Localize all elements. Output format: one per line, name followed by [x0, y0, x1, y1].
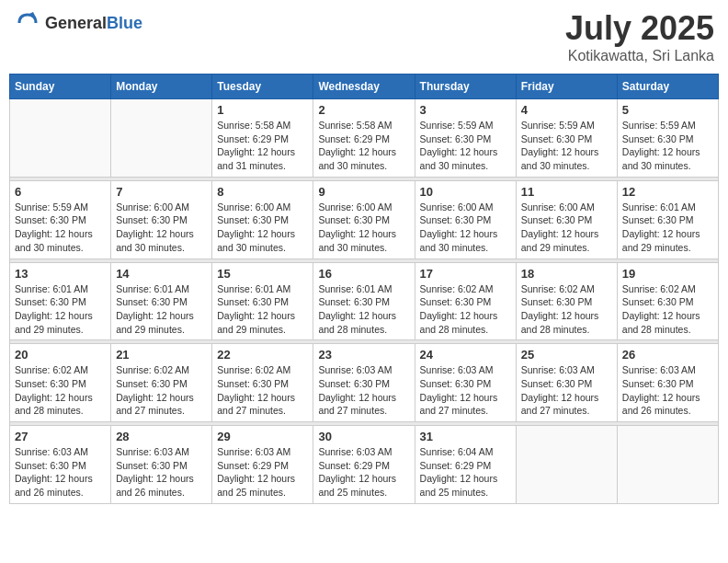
day-number: 15 [217, 267, 308, 281]
day-info: Sunrise: 6:00 AM Sunset: 6:30 PM Dayligh… [318, 201, 409, 255]
month-title: July 2025 [565, 9, 714, 48]
day-info: Sunrise: 6:01 AM Sunset: 6:30 PM Dayligh… [217, 282, 308, 337]
day-info: Sunrise: 6:03 AM Sunset: 6:29 PM Dayligh… [318, 445, 409, 500]
day-number: 25 [521, 348, 612, 362]
day-info: Sunrise: 5:59 AM Sunset: 6:30 PM Dayligh… [521, 119, 612, 173]
calendar-cell: 12Sunrise: 6:01 AM Sunset: 6:30 PM Dayli… [617, 180, 718, 259]
day-info: Sunrise: 6:00 AM Sunset: 6:30 PM Dayligh… [420, 201, 511, 255]
day-info: Sunrise: 5:59 AM Sunset: 6:30 PM Dayligh… [15, 201, 106, 255]
day-info: Sunrise: 6:02 AM Sunset: 6:30 PM Dayligh… [420, 282, 511, 337]
calendar-week-row: 27Sunrise: 6:03 AM Sunset: 6:30 PM Dayli… [10, 426, 719, 504]
day-info: Sunrise: 5:58 AM Sunset: 6:29 PM Dayligh… [217, 119, 308, 173]
calendar: SundayMondayTuesdayWednesdayThursdayFrid… [9, 74, 719, 504]
day-info: Sunrise: 6:01 AM Sunset: 6:30 PM Dayligh… [622, 201, 713, 255]
day-info: Sunrise: 6:02 AM Sunset: 6:30 PM Dayligh… [521, 282, 612, 337]
logo-icon [14, 9, 41, 37]
calendar-cell: 8Sunrise: 6:00 AM Sunset: 6:30 PM Daylig… [212, 180, 313, 259]
calendar-cell: 10Sunrise: 6:00 AM Sunset: 6:30 PM Dayli… [415, 180, 516, 259]
day-number: 29 [217, 430, 308, 443]
day-info: Sunrise: 5:59 AM Sunset: 6:30 PM Dayligh… [622, 119, 713, 173]
logo-general: General [45, 14, 107, 32]
logo-blue: Blue [107, 14, 142, 32]
day-number: 30 [318, 430, 409, 443]
calendar-cell: 6Sunrise: 5:59 AM Sunset: 6:30 PM Daylig… [10, 180, 111, 259]
location-title: Kotikawatta, Sri Lanka [565, 48, 714, 64]
day-info: Sunrise: 6:03 AM Sunset: 6:30 PM Dayligh… [420, 363, 511, 418]
calendar-week-row: 6Sunrise: 5:59 AM Sunset: 6:30 PM Daylig… [10, 180, 719, 259]
day-info: Sunrise: 6:03 AM Sunset: 6:30 PM Dayligh… [15, 445, 106, 500]
day-header: Thursday [415, 75, 516, 99]
day-info: Sunrise: 6:00 AM Sunset: 6:30 PM Dayligh… [217, 201, 308, 255]
day-number: 23 [318, 348, 409, 362]
day-number: 18 [521, 267, 612, 281]
calendar-cell: 20Sunrise: 6:02 AM Sunset: 6:30 PM Dayli… [10, 344, 111, 422]
day-info: Sunrise: 5:59 AM Sunset: 6:30 PM Dayligh… [420, 119, 511, 173]
calendar-cell: 28Sunrise: 6:03 AM Sunset: 6:30 PM Dayli… [111, 426, 212, 504]
day-number: 12 [622, 185, 713, 199]
day-info: Sunrise: 6:02 AM Sunset: 6:30 PM Dayligh… [622, 282, 713, 337]
day-number: 1 [217, 103, 308, 117]
calendar-week-row: 13Sunrise: 6:01 AM Sunset: 6:30 PM Dayli… [10, 262, 719, 340]
logo-text: GeneralBlue [45, 14, 142, 33]
day-number: 10 [420, 185, 511, 199]
logo: GeneralBlue [14, 9, 142, 37]
day-info: Sunrise: 6:00 AM Sunset: 6:30 PM Dayligh… [521, 201, 612, 255]
calendar-cell [516, 426, 617, 504]
day-number: 20 [15, 348, 106, 362]
day-info: Sunrise: 6:03 AM Sunset: 6:30 PM Dayligh… [622, 363, 713, 418]
calendar-week-row: 20Sunrise: 6:02 AM Sunset: 6:30 PM Dayli… [10, 344, 719, 422]
calendar-cell: 26Sunrise: 6:03 AM Sunset: 6:30 PM Dayli… [617, 344, 718, 422]
calendar-cell: 11Sunrise: 6:00 AM Sunset: 6:30 PM Dayli… [516, 180, 617, 259]
calendar-cell: 2Sunrise: 5:58 AM Sunset: 6:29 PM Daylig… [313, 99, 415, 178]
calendar-cell: 25Sunrise: 6:03 AM Sunset: 6:30 PM Dayli… [516, 344, 617, 422]
day-number: 9 [318, 185, 409, 199]
calendar-cell: 19Sunrise: 6:02 AM Sunset: 6:30 PM Dayli… [617, 262, 718, 340]
calendar-cell: 29Sunrise: 6:03 AM Sunset: 6:29 PM Dayli… [212, 426, 313, 504]
day-info: Sunrise: 6:02 AM Sunset: 6:30 PM Dayligh… [217, 363, 308, 418]
calendar-header-row: SundayMondayTuesdayWednesdayThursdayFrid… [10, 75, 719, 99]
day-number: 2 [318, 103, 409, 117]
calendar-cell: 18Sunrise: 6:02 AM Sunset: 6:30 PM Dayli… [516, 262, 617, 340]
day-number: 3 [420, 103, 511, 117]
day-number: 27 [15, 430, 106, 443]
day-info: Sunrise: 5:58 AM Sunset: 6:29 PM Dayligh… [318, 119, 409, 173]
day-number: 14 [116, 267, 207, 281]
calendar-cell: 22Sunrise: 6:02 AM Sunset: 6:30 PM Dayli… [212, 344, 313, 422]
day-info: Sunrise: 6:02 AM Sunset: 6:30 PM Dayligh… [116, 363, 207, 418]
day-number: 5 [622, 103, 713, 117]
day-number: 13 [15, 267, 106, 281]
calendar-cell [111, 99, 212, 178]
calendar-cell: 24Sunrise: 6:03 AM Sunset: 6:30 PM Dayli… [415, 344, 516, 422]
calendar-cell: 17Sunrise: 6:02 AM Sunset: 6:30 PM Dayli… [415, 262, 516, 340]
day-info: Sunrise: 6:03 AM Sunset: 6:30 PM Dayligh… [116, 445, 207, 500]
day-info: Sunrise: 6:02 AM Sunset: 6:30 PM Dayligh… [15, 363, 106, 418]
day-info: Sunrise: 6:03 AM Sunset: 6:30 PM Dayligh… [521, 363, 612, 418]
day-number: 17 [420, 267, 511, 281]
calendar-cell: 16Sunrise: 6:01 AM Sunset: 6:30 PM Dayli… [313, 262, 415, 340]
day-number: 7 [116, 185, 207, 199]
calendar-cell: 9Sunrise: 6:00 AM Sunset: 6:30 PM Daylig… [313, 180, 415, 259]
calendar-cell: 13Sunrise: 6:01 AM Sunset: 6:30 PM Dayli… [10, 262, 111, 340]
calendar-cell: 31Sunrise: 6:04 AM Sunset: 6:29 PM Dayli… [415, 426, 516, 504]
day-number: 26 [622, 348, 713, 362]
day-header: Tuesday [212, 75, 313, 99]
day-header: Friday [516, 75, 617, 99]
day-number: 6 [15, 185, 106, 199]
day-header: Wednesday [313, 75, 415, 99]
calendar-cell: 4Sunrise: 5:59 AM Sunset: 6:30 PM Daylig… [516, 99, 617, 178]
header: GeneralBlue July 2025 Kotikawatta, Sri L… [9, 9, 719, 64]
day-info: Sunrise: 6:01 AM Sunset: 6:30 PM Dayligh… [318, 282, 409, 337]
calendar-cell: 1Sunrise: 5:58 AM Sunset: 6:29 PM Daylig… [212, 99, 313, 178]
calendar-cell: 23Sunrise: 6:03 AM Sunset: 6:30 PM Dayli… [313, 344, 415, 422]
day-number: 28 [116, 430, 207, 443]
day-info: Sunrise: 6:01 AM Sunset: 6:30 PM Dayligh… [15, 282, 106, 337]
calendar-cell: 3Sunrise: 5:59 AM Sunset: 6:30 PM Daylig… [415, 99, 516, 178]
calendar-cell: 5Sunrise: 5:59 AM Sunset: 6:30 PM Daylig… [617, 99, 718, 178]
calendar-week-row: 1Sunrise: 5:58 AM Sunset: 6:29 PM Daylig… [10, 99, 719, 178]
day-number: 21 [116, 348, 207, 362]
day-info: Sunrise: 6:04 AM Sunset: 6:29 PM Dayligh… [420, 445, 511, 500]
calendar-cell: 7Sunrise: 6:00 AM Sunset: 6:30 PM Daylig… [111, 180, 212, 259]
calendar-cell [10, 99, 111, 178]
day-number: 19 [622, 267, 713, 281]
calendar-cell: 15Sunrise: 6:01 AM Sunset: 6:30 PM Dayli… [212, 262, 313, 340]
